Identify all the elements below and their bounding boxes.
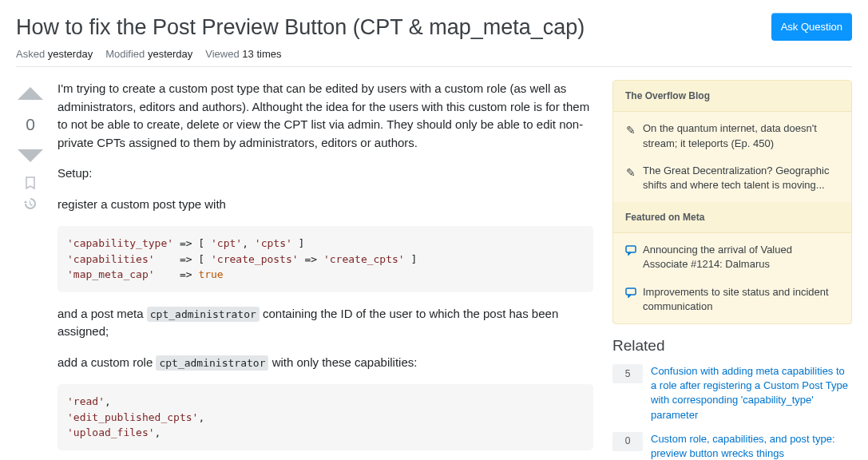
speech-icon <box>625 285 636 314</box>
asked-value: yesterday <box>48 48 93 60</box>
bulletin-item[interactable]: Announcing the arrival of Valued Associa… <box>613 236 851 278</box>
related-header: Related <box>612 337 852 355</box>
bookmark-icon[interactable] <box>23 176 38 190</box>
related-link[interactable]: Confusion with adding meta capabilities … <box>651 364 852 422</box>
related-count: 0 <box>612 432 643 451</box>
bulletin-item[interactable]: ✎The Great Decentralization? Geographic … <box>613 157 851 199</box>
bulletin-item[interactable]: ✎On the quantum internet, data doesn't s… <box>613 115 851 157</box>
viewed-label: Viewed <box>205 48 239 60</box>
paragraph: I'm trying to create a custom post type … <box>57 80 593 152</box>
bulletin-box: The Overflow Blog ✎On the quantum intern… <box>612 80 852 324</box>
pencil-icon: ✎ <box>625 164 636 192</box>
ask-question-button[interactable]: Ask Question <box>771 13 852 41</box>
speech-icon <box>625 243 636 272</box>
bulletin-header-blog: The Overflow Blog <box>613 81 851 112</box>
viewed-value: 13 times <box>242 48 281 60</box>
modified-value: yesterday <box>148 48 192 60</box>
page-title: How to fix the Post Preview Button (CPT … <box>16 13 585 42</box>
inline-code: cpt_administrator <box>156 355 268 371</box>
paragraph: and a post meta cpt_administrator contai… <box>57 305 593 341</box>
vote-count: 0 <box>26 115 35 134</box>
related-item: 0 Custom role, capabilities, and post ty… <box>612 432 852 460</box>
downvote-icon[interactable] <box>16 141 45 169</box>
pencil-icon: ✎ <box>625 121 636 150</box>
paragraph: add a custom role cpt_administrator with… <box>57 354 593 372</box>
code-block: 'read', 'edit_published_cpts', 'upload_f… <box>57 384 593 450</box>
related-link[interactable]: Custom role, capabilities, and post type… <box>651 432 852 460</box>
post-body: I'm trying to create a custom post type … <box>57 80 593 460</box>
question-meta: Asked yesterday Modified yesterday Viewe… <box>16 48 852 67</box>
paragraph: Setup: <box>57 165 593 183</box>
bulletin-item[interactable]: Improvements to site status and incident… <box>613 279 851 320</box>
asked-label: Asked <box>16 48 45 60</box>
modified-label: Modified <box>105 48 145 60</box>
related-count: 5 <box>612 364 643 383</box>
code-block: 'capability_type' => [ 'cpt', 'cpts' ] '… <box>57 226 593 292</box>
inline-code: cpt_administrator <box>147 307 260 322</box>
svg-rect-0 <box>626 246 636 252</box>
bulletin-header-meta: Featured on Meta <box>613 202 851 233</box>
history-icon[interactable] <box>23 196 38 211</box>
related-item: 5 Confusion with adding meta capabilitie… <box>612 364 852 422</box>
svg-rect-1 <box>626 288 636 295</box>
paragraph: register a custom post type with <box>57 196 593 214</box>
upvote-icon[interactable] <box>16 80 45 109</box>
